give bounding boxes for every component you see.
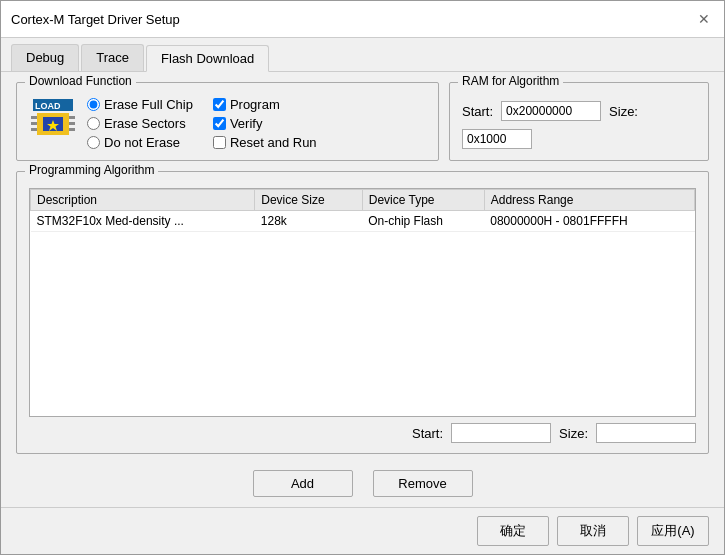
- prog-start-label: Start:: [412, 426, 443, 441]
- ram-algorithm-label: RAM for Algorithm: [458, 74, 563, 88]
- main-content: Download Function LOAD: [1, 72, 724, 507]
- algorithm-table: Description Device Size Device Type Addr…: [30, 189, 695, 232]
- remove-button[interactable]: Remove: [373, 470, 473, 497]
- tab-debug[interactable]: Debug: [11, 44, 79, 71]
- title-bar: Cortex-M Target Driver Setup ✕: [1, 1, 724, 38]
- top-row: Download Function LOAD: [16, 82, 709, 161]
- download-function-group: Download Function LOAD: [16, 82, 439, 161]
- tab-bar: Debug Trace Flash Download: [1, 38, 724, 72]
- radio-do-not-erase[interactable]: Do not Erase: [87, 135, 193, 150]
- svg-rect-4: [31, 122, 37, 125]
- col-description: Description: [31, 190, 255, 211]
- size-label: Size:: [609, 104, 638, 119]
- checkbox-verify[interactable]: Verify: [213, 116, 317, 131]
- apply-button[interactable]: 应用(A): [637, 516, 709, 546]
- size-input[interactable]: [462, 129, 532, 149]
- svg-rect-8: [69, 128, 75, 131]
- cell-address-range: 08000000H - 0801FFFFH: [484, 211, 694, 232]
- prog-size-input[interactable]: [596, 423, 696, 443]
- col-device-type: Device Type: [362, 190, 484, 211]
- svg-rect-7: [69, 122, 75, 125]
- window-title: Cortex-M Target Driver Setup: [11, 12, 180, 27]
- radio-column: Erase Full Chip Erase Sectors Do not Era…: [87, 97, 193, 150]
- tab-flash-download[interactable]: Flash Download: [146, 45, 269, 72]
- svg-rect-5: [31, 128, 37, 131]
- load-icon: LOAD: [29, 95, 77, 143]
- checkbox-reset-run[interactable]: Reset and Run: [213, 135, 317, 150]
- ram-body: Start: Size:: [462, 101, 696, 149]
- svg-rect-3: [31, 116, 37, 119]
- svg-text:LOAD: LOAD: [35, 101, 61, 111]
- radio-erase-full-chip[interactable]: Erase Full Chip: [87, 97, 193, 112]
- ram-algorithm-group: RAM for Algorithm Start: Size:: [449, 82, 709, 161]
- cancel-button[interactable]: 取消: [557, 516, 629, 546]
- table-header-row: Description Device Size Device Type Addr…: [31, 190, 695, 211]
- start-input[interactable]: [501, 101, 601, 121]
- checkbox-column: Program Verify Reset and Run: [213, 97, 317, 150]
- cell-device-size: 128k: [255, 211, 362, 232]
- cell-device-type: On-chip Flash: [362, 211, 484, 232]
- df-body: LOAD: [29, 95, 426, 150]
- tab-trace[interactable]: Trace: [81, 44, 144, 71]
- bottom-start-size-row: Start: Size:: [29, 423, 696, 443]
- start-label: Start:: [462, 104, 493, 119]
- download-function-label: Download Function: [25, 74, 136, 88]
- svg-rect-6: [69, 116, 75, 119]
- programming-algorithm-label: Programming Algorithm: [25, 163, 158, 177]
- programming-algorithm-group: Programming Algorithm Description Device…: [16, 171, 709, 454]
- close-button[interactable]: ✕: [694, 9, 714, 29]
- col-device-size: Device Size: [255, 190, 362, 211]
- table-row[interactable]: STM32F10x Med-density ... 128k On-chip F…: [31, 211, 695, 232]
- main-window: Cortex-M Target Driver Setup ✕ Debug Tra…: [0, 0, 725, 555]
- prog-size-label: Size:: [559, 426, 588, 441]
- add-remove-row: Add Remove: [16, 470, 709, 497]
- footer: 确定 取消 应用(A): [1, 507, 724, 554]
- algorithm-table-wrapper: Description Device Size Device Type Addr…: [29, 188, 696, 417]
- col-address-range: Address Range: [484, 190, 694, 211]
- radio-erase-sectors[interactable]: Erase Sectors: [87, 116, 193, 131]
- ok-button[interactable]: 确定: [477, 516, 549, 546]
- checkbox-program[interactable]: Program: [213, 97, 317, 112]
- prog-start-input[interactable]: [451, 423, 551, 443]
- cell-description: STM32F10x Med-density ...: [31, 211, 255, 232]
- add-button[interactable]: Add: [253, 470, 353, 497]
